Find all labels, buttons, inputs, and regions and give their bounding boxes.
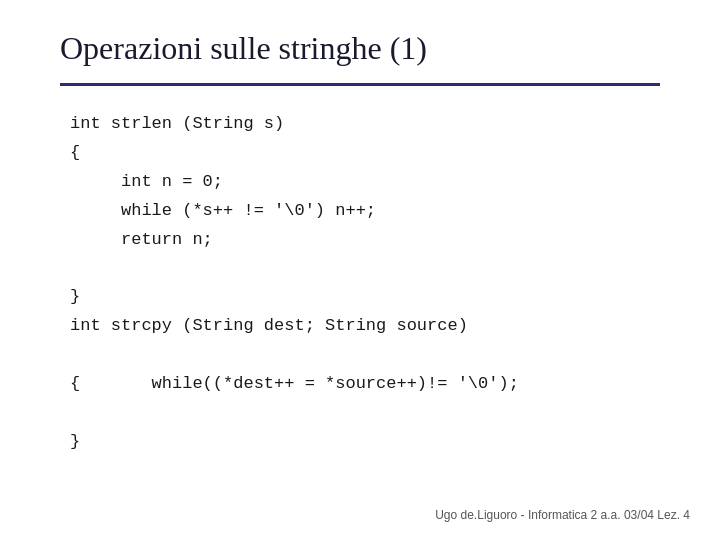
code-line-2: { (70, 139, 660, 168)
code-block: int strlen (String s) { int n = 0; while… (60, 110, 660, 457)
code-line-11 (70, 399, 660, 428)
slide-title: Operazioni sulle stringhe (1) (60, 30, 660, 67)
code-line-3: int n = 0; (70, 168, 660, 197)
code-line-10: { while((*dest++ = *source++)!= '\0'); (70, 370, 660, 399)
divider (60, 83, 660, 86)
code-line-6 (70, 254, 660, 283)
footer: Ugo de.Liguoro - Informatica 2 a.a. 03/0… (435, 508, 690, 522)
code-line-7: } (70, 283, 660, 312)
code-line-4: while (*s++ != '\0') n++; (70, 197, 660, 226)
code-line-1: int strlen (String s) (70, 110, 660, 139)
code-line-8: int strcpy (String dest; String source) (70, 312, 660, 341)
code-line-5: return n; (70, 226, 660, 255)
slide: Operazioni sulle stringhe (1) int strlen… (0, 0, 720, 540)
code-line-12: } (70, 428, 660, 457)
code-line-9 (70, 341, 660, 370)
